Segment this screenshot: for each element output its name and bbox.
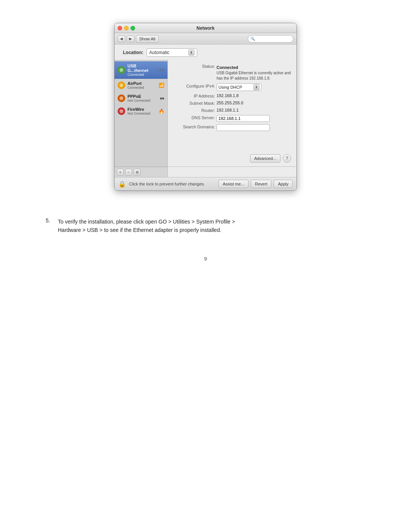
show-all-button[interactable]: Show All	[136, 35, 159, 43]
add-interface-button[interactable]: +	[117, 169, 124, 176]
subnet-label: Subnet Mask:	[173, 101, 215, 105]
status-label: Status:	[173, 64, 215, 69]
configure-value: Using DHCP	[218, 85, 242, 89]
lock-message: Click the lock to prevent further change…	[129, 182, 205, 186]
location-select[interactable]: Automatic ⬍	[147, 48, 197, 57]
status-value: Connected	[217, 65, 238, 70]
bottom-spacer	[168, 167, 296, 177]
back-button[interactable]: ◀	[118, 35, 125, 42]
search-domains-input[interactable]	[217, 124, 270, 131]
firewire-icon	[118, 107, 125, 115]
status-bar-buttons: Assist me... Revert Apply	[218, 180, 293, 188]
location-label: Location:	[121, 50, 143, 55]
subnet-row: Subnet Mask: 255.255.255.0	[173, 101, 291, 105]
firewire-name: FireWire	[127, 107, 150, 112]
location-row: Location: Automatic ⬍	[115, 45, 296, 60]
usb-ethernet-name: USB G...thernet	[127, 64, 155, 73]
pppoe-arrow-icon: ⇔	[160, 95, 164, 101]
firewire-fw-icon: 🔥	[159, 109, 164, 114]
sidebar-item-pppoe[interactable]: PPPoE Not Connected ⇔	[115, 92, 167, 105]
step-number: 5.	[46, 217, 53, 235]
airport-text: AirPort Connected	[127, 81, 144, 89]
maximize-button[interactable]	[131, 26, 135, 30]
pppoe-name: PPPoE	[127, 94, 150, 99]
remove-interface-button[interactable]: −	[125, 169, 132, 176]
search-icon: 🔍	[250, 37, 255, 41]
help-button[interactable]: ?	[283, 154, 291, 163]
sidebar-item-firewire[interactable]: FireWire Not Connected 🔥	[115, 105, 167, 118]
usb-ethernet-text: USB G...thernet Connected	[127, 64, 155, 77]
configure-row: Configure IPv4: Using DHCP ⬍	[173, 83, 291, 91]
airport-status: Connected	[127, 86, 144, 89]
svg-point-1	[119, 83, 123, 87]
sidebar-item-airport[interactable]: AirPort Connected 📶	[115, 79, 167, 92]
minimize-button[interactable]	[124, 26, 129, 30]
usb-ethernet-icon	[118, 66, 125, 74]
subnet-value: 255.255.255.0	[217, 101, 243, 105]
sidebar-controls: + − ⚙	[115, 167, 167, 177]
spacer	[173, 133, 291, 150]
traffic-lights	[118, 26, 135, 30]
bottom-section: + − ⚙	[115, 166, 296, 177]
dns-label: DNS Server:	[173, 115, 215, 120]
advanced-button[interactable]: Advanced...	[250, 154, 280, 163]
location-stepper[interactable]: ⬍	[188, 50, 194, 56]
ip-value: 192.168.1.8	[217, 93, 239, 98]
ip-row: IP Address: 192.168.1.8	[173, 93, 291, 98]
search-box[interactable]: 🔍	[248, 35, 293, 43]
revert-button[interactable]: Revert	[251, 180, 271, 188]
close-button[interactable]	[118, 26, 122, 30]
advanced-row: Advanced... ?	[173, 152, 291, 163]
configure-select[interactable]: Using DHCP ⬍	[217, 83, 261, 91]
dns-input[interactable]	[217, 115, 270, 122]
usb-ethernet-badge: 2.5G	[157, 68, 164, 72]
status-description: USB Gigabit Ethernet is currently active…	[217, 70, 291, 81]
main-content: USB G...thernet Connected 2.5G AirPort C…	[115, 60, 296, 166]
forward-button[interactable]: ▶	[127, 35, 134, 42]
assist-button[interactable]: Assist me...	[218, 180, 249, 188]
configure-stepper[interactable]: ⬍	[253, 84, 260, 90]
network-window: Network ◀ ▶ Show All 🔍 Location: Automat…	[114, 23, 297, 191]
status-row: Status: Connected USB Gigabit Ethernet i…	[173, 64, 291, 81]
lock-icon[interactable]: 🔒	[118, 181, 126, 188]
pppoe-status: Not Connected	[127, 99, 150, 102]
router-label: Router:	[173, 108, 215, 113]
page-number: 9	[38, 241, 373, 262]
status-bar: 🔒 Click the lock to prevent further chan…	[115, 177, 296, 190]
airport-wifi-icon: 📶	[159, 83, 164, 88]
ip-label: IP Address:	[173, 93, 215, 98]
svg-point-2	[119, 96, 123, 100]
window-title: Network	[196, 26, 214, 31]
airport-icon	[118, 81, 125, 89]
usb-ethernet-status: Connected	[127, 73, 155, 77]
configure-label: Configure IPv4:	[173, 83, 215, 88]
toolbar: ◀ ▶ Show All 🔍	[115, 33, 296, 45]
sidebar-item-usb-ethernet[interactable]: USB G...thernet Connected 2.5G	[115, 61, 167, 79]
status-value-block: Connected USB Gigabit Ethernet is curren…	[217, 64, 291, 81]
instruction-block: 5. To verify the installation, please cl…	[38, 217, 373, 241]
sidebar: USB G...thernet Connected 2.5G AirPort C…	[115, 60, 168, 166]
router-value: 192.168.1.1	[217, 108, 239, 112]
router-row: Router: 192.168.1.1	[173, 108, 291, 113]
titlebar: Network	[115, 23, 296, 33]
airport-name: AirPort	[127, 81, 144, 86]
pppoe-text: PPPoE Not Connected	[127, 94, 150, 102]
svg-point-3	[119, 109, 123, 113]
pppoe-icon	[118, 94, 125, 102]
apply-button[interactable]: Apply	[274, 180, 293, 188]
settings-button[interactable]: ⚙	[134, 169, 140, 176]
location-value: Automatic	[149, 50, 169, 55]
svg-point-0	[119, 68, 123, 72]
sidebar-bottom-wrapper: + − ⚙	[115, 167, 168, 177]
search-domains-row: Search Domains:	[173, 124, 291, 131]
firewire-text: FireWire Not Connected	[127, 107, 150, 115]
dns-row: DNS Server:	[173, 115, 291, 122]
step-text: To verify the installation, please click…	[58, 217, 235, 235]
firewire-status: Not Connected	[127, 112, 150, 115]
instruction-item-5: 5. To verify the installation, please cl…	[46, 217, 365, 235]
detail-panel: Status: Connected USB Gigabit Ethernet i…	[168, 60, 296, 166]
search-domains-label: Search Domains:	[173, 124, 215, 129]
